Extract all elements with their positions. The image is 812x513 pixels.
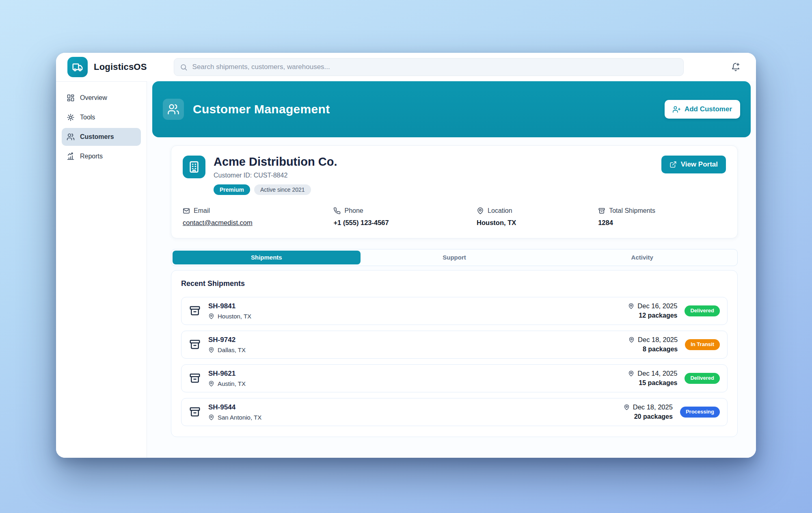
contact-total-shipments: Total Shipments 1284: [598, 207, 726, 227]
sidebar: Overview Tools Customers Reports: [56, 81, 147, 458]
shipment-date: Dec 14, 2025: [637, 370, 677, 377]
shipment-id: SH-9544: [208, 403, 261, 411]
sidebar-item-customers[interactable]: Customers: [62, 128, 141, 146]
mail-icon: [183, 207, 190, 214]
customer-name: Acme Distribution Co.: [214, 156, 337, 169]
map-pin-icon: [628, 337, 635, 343]
total-shipments-value: 1284: [598, 219, 726, 227]
search-bar[interactable]: [174, 58, 684, 76]
map-pin-icon: [208, 347, 214, 353]
truck-icon: [71, 61, 84, 73]
gear-icon: [67, 113, 75, 121]
search-input[interactable]: [192, 63, 678, 71]
shipment-packages: 8 packages: [628, 346, 678, 353]
view-portal-label: View Portal: [681, 160, 718, 169]
user-plus-icon: [673, 106, 680, 113]
phone-icon: [333, 207, 341, 214]
tab-shipments[interactable]: Shipments: [173, 251, 361, 264]
shipment-row[interactable]: SH-9621 Austin, TX: [181, 364, 728, 392]
contact-phone: Phone +1 (555) 123-4567: [333, 207, 477, 227]
shipments-list: SH-9841 Houston, TX: [181, 297, 728, 426]
customer-avatar: [183, 156, 205, 178]
shipment-packages: 15 packages: [628, 379, 677, 387]
app-window: LogisticsOS Overview: [56, 53, 756, 458]
map-pin-icon: [208, 313, 214, 319]
map-pin-icon: [208, 414, 214, 420]
shipment-row[interactable]: SH-9544 San Antonio, TX: [181, 398, 728, 426]
tab-bar: Shipments Support Activity: [171, 249, 738, 266]
sidebar-item-tools[interactable]: Tools: [62, 108, 141, 126]
shipment-location: Austin, TX: [218, 380, 246, 387]
location-value: Houston, TX: [477, 219, 598, 227]
contact-email: Email contact@acmedist.com: [183, 207, 333, 227]
page-header: Customer Management Add Customer: [152, 81, 751, 137]
shipment-id: SH-9841: [208, 302, 251, 310]
notifications-button[interactable]: [727, 58, 745, 76]
shipment-id: SH-9621: [208, 370, 246, 378]
users-icon: [167, 103, 179, 115]
map-pin-icon: [628, 370, 634, 377]
email-value[interactable]: contact@acmedist.com: [183, 219, 333, 227]
shipment-packages: 12 packages: [628, 312, 677, 319]
active-since-badge: Active since 2021: [254, 184, 311, 195]
phone-value: +1 (555) 123-4567: [333, 219, 477, 227]
sidebar-item-overview[interactable]: Overview: [62, 89, 141, 107]
add-customer-button[interactable]: Add Customer: [665, 100, 740, 119]
shipments-panel: Recent Shipments SH-9841: [171, 270, 738, 437]
map-pin-icon: [628, 303, 634, 309]
users-icon: [67, 133, 75, 141]
package-icon: [189, 305, 201, 317]
sidebar-item-label: Reports: [80, 153, 103, 160]
customer-id: Customer ID: CUST-8842: [214, 172, 337, 179]
map-pin-icon: [624, 404, 630, 410]
shipment-date: Dec 16, 2025: [637, 302, 677, 310]
search-icon: [180, 63, 188, 71]
phone-label: Phone: [344, 207, 363, 214]
users-icon-tile: [163, 99, 184, 120]
shipment-location: Dallas, TX: [218, 346, 246, 353]
shipment-date: Dec 18, 2025: [633, 403, 673, 411]
add-customer-label: Add Customer: [685, 105, 732, 113]
shipment-location: Houston, TX: [218, 313, 251, 320]
shipment-id: SH-9742: [208, 336, 246, 344]
contact-location: Location Houston, TX: [477, 207, 598, 227]
tab-activity[interactable]: Activity: [548, 251, 736, 264]
external-link-icon: [669, 161, 677, 168]
contact-grid: Email contact@acmedist.com Phone: [183, 207, 726, 227]
location-label: Location: [488, 207, 512, 214]
customer-card: Acme Distribution Co. Customer ID: CUST-…: [171, 145, 738, 238]
page-title: Customer Management: [193, 102, 330, 116]
package-icon: [189, 372, 201, 384]
top-bar: LogisticsOS: [56, 53, 756, 81]
building-icon: [188, 160, 201, 173]
email-label: Email: [194, 207, 210, 214]
shipment-packages: 20 packages: [624, 413, 673, 420]
sidebar-item-label: Overview: [80, 94, 107, 102]
view-portal-button[interactable]: View Portal: [661, 156, 726, 173]
status-badge: Processing: [680, 407, 720, 417]
sidebar-item-label: Tools: [80, 114, 95, 121]
status-badge: In Transit: [685, 339, 720, 350]
app-logo: [67, 57, 88, 77]
shipment-row[interactable]: SH-9742 Dallas, TX: [181, 331, 728, 359]
chart-icon: [67, 152, 75, 160]
total-shipments-label: Total Shipments: [609, 207, 655, 214]
premium-badge: Premium: [214, 184, 250, 195]
package-icon: [189, 406, 201, 418]
package-icon: [598, 207, 605, 214]
map-pin-icon: [477, 207, 484, 214]
bell-plus-icon: [731, 63, 740, 71]
tab-support[interactable]: Support: [361, 251, 549, 264]
status-badge: Delivered: [685, 373, 720, 383]
shipment-location: San Antonio, TX: [218, 414, 261, 421]
package-icon: [189, 338, 201, 351]
status-badge: Delivered: [685, 305, 720, 316]
main-content: Customer Management Add Customer: [147, 81, 756, 458]
sidebar-item-reports[interactable]: Reports: [62, 147, 141, 165]
map-pin-icon: [208, 381, 214, 387]
dashboard-icon: [67, 94, 75, 102]
shipment-row[interactable]: SH-9841 Houston, TX: [181, 297, 728, 325]
shipment-date: Dec 18, 2025: [638, 336, 678, 344]
app-title: LogisticsOS: [94, 62, 147, 72]
sidebar-item-label: Customers: [80, 133, 114, 141]
